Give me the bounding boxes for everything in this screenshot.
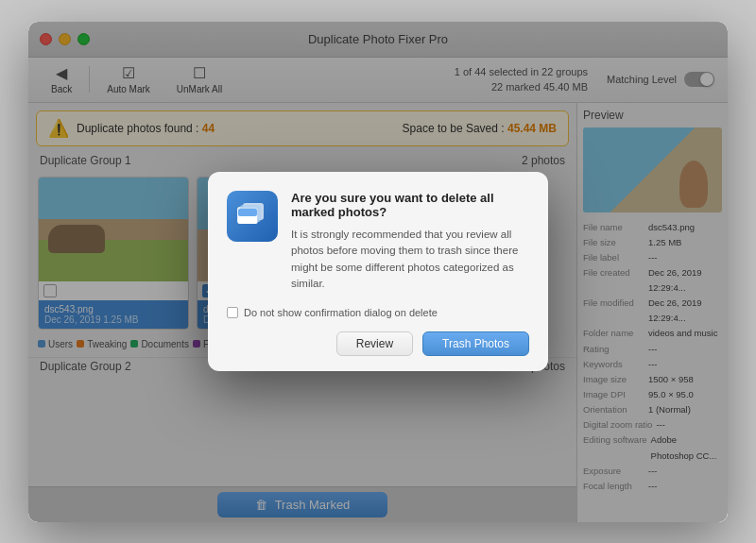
modal-dialog: Are you sure you want to delete all mark… (208, 172, 548, 371)
svg-rect-4 (238, 209, 257, 216)
modal-app-icon (227, 191, 278, 242)
modal-checkbox-row: Do not show confirmation dialog on delet… (208, 307, 548, 331)
main-window: Duplicate Photo Fixer Pro ◀ Back ☑ Auto … (28, 22, 728, 522)
review-button[interactable]: Review (336, 331, 413, 356)
modal-overlay: Are you sure you want to delete all mark… (28, 22, 728, 522)
dont-show-checkbox[interactable] (227, 307, 238, 318)
trash-photos-button[interactable]: Trash Photos (422, 331, 529, 356)
dont-show-label: Do not show confirmation dialog on delet… (244, 307, 438, 318)
modal-buttons: Review Trash Photos (208, 331, 548, 371)
modal-message: It is strongly recommended that you revi… (291, 227, 529, 292)
modal-text-area: Are you sure you want to delete all mark… (291, 191, 529, 292)
modal-title: Are you sure you want to delete all mark… (291, 191, 529, 219)
modal-body: Are you sure you want to delete all mark… (208, 172, 548, 307)
modal-icon-wrap (227, 191, 278, 242)
app-icon-svg (235, 199, 269, 233)
